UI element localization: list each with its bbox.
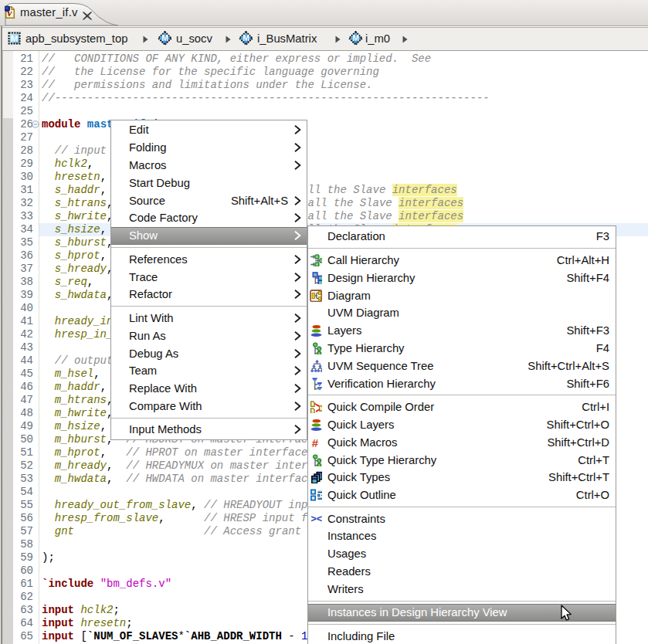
svg-text:M: M (243, 33, 249, 42)
svg-text:><: >< (310, 513, 322, 524)
svg-text:M: M (11, 34, 19, 43)
svg-text:M: M (352, 33, 359, 42)
svg-text:M: M (161, 33, 168, 42)
svg-text:#: # (312, 436, 319, 449)
